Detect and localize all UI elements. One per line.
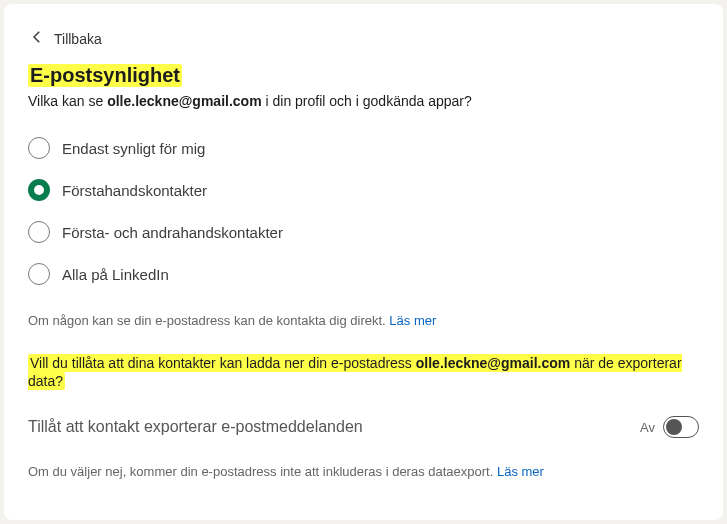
radio-everyone[interactable]: Alla på LinkedIn [28,263,699,285]
radio-only-me[interactable]: Endast synligt för mig [28,137,699,159]
page-title: E-postsynlighet [28,64,182,87]
radio-label: Första- och andrahandskontakter [62,224,283,241]
export-toggle-switch[interactable] [663,416,699,438]
helper-text: Om någon kan se din e-postadress kan de … [28,313,699,328]
radio-label: Alla på LinkedIn [62,266,169,283]
learn-more-link[interactable]: Läs mer [389,313,436,328]
subtitle-prefix: Vilka kan se [28,93,107,109]
learn-more-link-2[interactable]: Läs mer [497,464,544,479]
helper2-text: Om du väljer nej, kommer din e-postadres… [28,464,699,479]
radio-icon [28,179,50,201]
toggle-knob-icon [666,419,682,435]
visibility-radio-group: Endast synligt för mig Förstahandskontak… [28,137,699,285]
back-button[interactable]: Tillbaka [28,28,699,50]
subtitle: Vilka kan se olle.leckne@gmail.com i din… [28,93,699,109]
export-toggle-state: Av [640,420,655,435]
radio-label: Förstahandskontakter [62,182,207,199]
helper2-body: Om du väljer nej, kommer din e-postadres… [28,464,493,479]
export-q-prefix: Vill du tillåta att dina kontakter kan l… [30,355,416,371]
subtitle-suffix: i din profil och i godkända appar? [262,93,472,109]
export-question: Vill du tillåta att dina kontakter kan l… [28,354,682,390]
radio-icon [28,137,50,159]
back-label: Tillbaka [54,31,102,47]
radio-first-degree[interactable]: Förstahandskontakter [28,179,699,201]
helper-body: Om någon kan se din e-postadress kan de … [28,313,386,328]
export-q-email: olle.leckne@gmail.com [416,355,571,371]
export-toggle-label: Tillåt att kontakt exporterar e-postmedd… [28,418,363,436]
radio-first-second-degree[interactable]: Första- och andrahandskontakter [28,221,699,243]
radio-icon [28,221,50,243]
export-toggle-row: Tillåt att kontakt exporterar e-postmedd… [28,416,699,438]
radio-label: Endast synligt för mig [62,140,205,157]
radio-icon [28,263,50,285]
arrow-left-icon [28,28,46,50]
subtitle-email: olle.leckne@gmail.com [107,93,262,109]
